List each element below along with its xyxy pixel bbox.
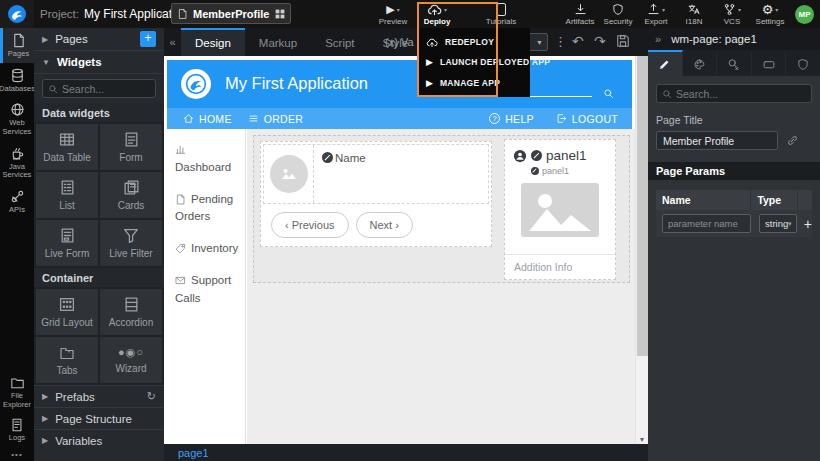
tab-device[interactable] [752,50,787,76]
triangle-right-icon: ▶ [42,35,48,44]
sidebar-item-support-calls[interactable]: Support Calls [175,272,239,308]
panel-widget[interactable]: panel1 panel1 Addition Info [504,139,616,280]
tab-design[interactable]: Design [181,28,245,56]
menu-item-manage-app[interactable]: ▶ MANAGE APP [417,73,530,93]
settings-button[interactable]: ⚙▾ Settings [753,2,787,26]
i18n-label: I18N [686,17,703,26]
nav-label: HOME [199,113,232,125]
add-param-button[interactable]: + [804,216,812,232]
widget-tile-live-filter[interactable]: Live Filter [100,220,162,266]
widget-search-input[interactable] [62,83,150,95]
collapse-left-panel-icon[interactable]: « [164,28,181,56]
pages-section-header[interactable]: ▶ Pages + [34,28,164,51]
scrollbar-thumb[interactable] [637,56,648,356]
sidebar-item-dashboard[interactable]: Dashboard [175,141,239,177]
tab-properties[interactable] [648,50,683,76]
chevron-down-icon: ▼ [536,39,543,46]
user-avatar[interactable]: MP [795,5,814,24]
rail-item-label: Web Services [0,119,34,136]
grid-icon[interactable] [275,9,285,19]
rail-item-java-services[interactable]: Java Services [0,141,34,184]
wavemaker-logo[interactable] [0,0,34,28]
security-button[interactable]: Security [601,2,635,26]
nav-item-home[interactable]: HOME [183,113,232,125]
scroll-down-arrow-icon[interactable]: ▼ [636,436,648,443]
sidebar-item-pending-orders[interactable]: Pending Orders [175,191,239,227]
nav-item-order[interactable]: ORDER [248,113,303,125]
page-content-container[interactable]: Name ‹ Previous Next › panel1 [253,135,630,283]
preview-button[interactable]: ▶▾ Preview [370,2,416,26]
widget-tile-label: Live Form [45,248,89,259]
add-page-button[interactable]: + [140,31,156,47]
widget-tile-live-form[interactable]: Live Form [36,220,98,266]
refresh-icon[interactable]: ↻ [147,390,156,403]
widgets-section-header[interactable]: ▼ Widgets [34,51,164,74]
wavemaker-logo-icon [7,4,27,24]
variables-button[interactable]: (x) Va [385,28,414,56]
list-item[interactable]: Name [263,144,489,204]
widget-tile-list[interactable]: List [36,172,98,218]
widget-tile-accordion[interactable]: Accordion [100,289,162,335]
sidebar-item-inventory[interactable]: Inventory [175,240,239,258]
widget-tile-form[interactable]: Form [100,124,162,170]
next-button[interactable]: Next › [356,212,413,238]
page-title-input[interactable] [656,131,778,150]
rail-item-apis[interactable]: APIs [0,184,34,219]
page-params-header: Page Params [648,162,820,180]
param-type-select[interactable]: string ▼ [759,214,797,233]
artifacts-button[interactable]: Artifacts [563,2,597,26]
canvas-scrollbar[interactable]: ▼ [635,56,648,444]
menu-item-launch-deployed-app[interactable]: ▶ LAUNCH DEPLOYED APP [417,52,530,72]
widget-tile-data-table[interactable]: Data Table [36,124,98,170]
export-button[interactable]: ▾ Export [639,2,673,26]
properties-search-input[interactable] [676,88,806,100]
open-page-tab[interactable]: page1 [178,447,209,459]
rail-item-web-services[interactable]: Web Services [0,97,34,140]
rail-item-file-explorer[interactable]: File Explorer [0,371,34,413]
previous-button[interactable]: ‹ Previous [271,212,349,238]
page-structure-section[interactable]: ▶ Page Structure [34,407,164,429]
widget-tile-cards[interactable]: Cards [100,172,162,218]
search-icon [48,84,58,94]
chevron-down-icon: ▾ [738,6,741,13]
param-row: string ▼ + [656,210,812,237]
variables-section[interactable]: ▶ Variables [34,429,164,451]
tab-styles[interactable] [683,50,718,76]
expand-panel-icon[interactable]: » [655,33,661,45]
left-icon-rail: Pages Databases Web Services Java Servic… [0,28,34,461]
tab-security[interactable] [786,50,820,76]
page-tab-memberprofile[interactable]: MemberProfile [171,3,291,24]
vcs-button[interactable]: ▾ VCS [715,2,749,26]
rail-item-pages[interactable]: Pages [0,28,34,63]
cloud-upload-icon [426,37,438,48]
prefabs-section[interactable]: ▶ Prefabs ↻ [34,385,164,407]
widget-tile-tabs[interactable]: Tabs [36,337,98,383]
tab-script[interactable]: Script [311,28,368,56]
tutorials-button[interactable]: Tutorials [478,2,524,26]
tab-markup[interactable]: Markup [245,28,311,56]
save-icon[interactable] [616,34,630,48]
bind-link-icon[interactable] [786,134,799,147]
top-right-actions: Artifacts Security ▾ Export I18N ▾ VCS ⚙… [563,2,814,26]
menu-item-redeploy[interactable]: REDEPLOY [417,32,530,52]
nav-item-logout[interactable]: LOGOUT [556,113,618,125]
more-options-icon[interactable]: ••• [0,450,34,459]
kebab-menu-icon[interactable]: ⋮ [554,34,567,49]
list-widget[interactable]: Name ‹ Previous Next › [260,141,492,247]
tab-inspect[interactable] [717,50,752,76]
nav-item-help[interactable]: ? HELP [489,113,534,125]
wavemaker-studio: Project: My First Application › MemberPr… [0,0,820,461]
menu-list-icon [248,113,259,124]
rail-item-databases[interactable]: Databases [0,63,34,98]
undo-icon[interactable]: ↶ [572,33,584,49]
widget-tile-wizard[interactable]: ●◉○ Wizard [100,337,162,383]
param-name-input[interactable] [662,214,751,233]
redo-icon[interactable]: ↷ [594,33,606,49]
widget-tile-grid-layout[interactable]: Grid Layout [36,289,98,335]
chevron-down-icon: ▾ [662,6,665,13]
rail-item-logs[interactable]: Logs [0,413,34,447]
widget-tile-label: Live Filter [109,248,152,259]
search-icon[interactable] [603,88,614,99]
i18n-button[interactable]: I18N [677,2,711,26]
deploy-button[interactable]: ▾ Deploy [414,2,460,26]
